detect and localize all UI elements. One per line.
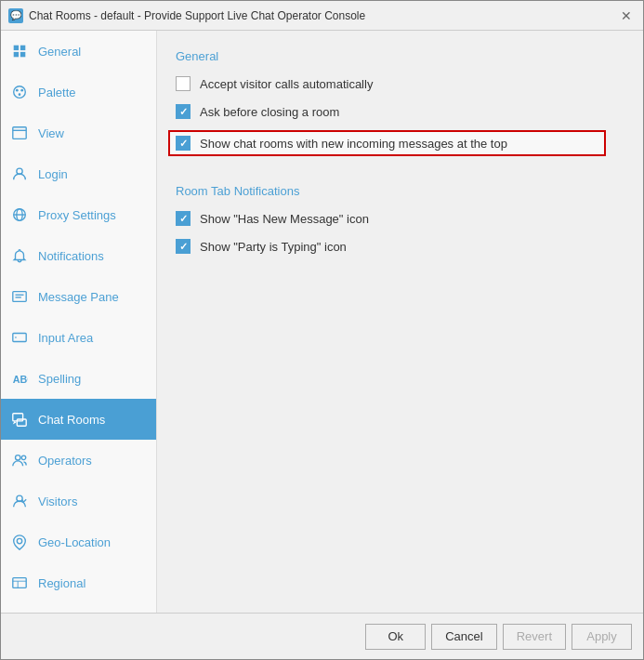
sidebar-item-proxy[interactable]: Proxy Settings bbox=[1, 194, 156, 235]
ask-before-closing-label: Ask before closing a room bbox=[200, 105, 339, 119]
accept-visitor-label: Accept visitor calls automatically bbox=[200, 77, 373, 91]
message-pane-icon bbox=[10, 287, 29, 306]
ask-before-closing-checkbox[interactable] bbox=[176, 104, 191, 119]
sidebar-label-general: General bbox=[38, 45, 81, 59]
ok-button[interactable]: Ok bbox=[365, 624, 426, 650]
show-party-typing-row: Show "Party is Typing" icon bbox=[176, 237, 624, 256]
show-has-new-message-checkbox[interactable] bbox=[176, 211, 191, 226]
chat-rooms-icon bbox=[10, 410, 29, 429]
sidebar-label-spelling: Spelling bbox=[38, 372, 81, 386]
show-new-messages-top-row: Show chat rooms with new incoming messag… bbox=[168, 130, 606, 156]
sidebar-label-input-area: Input Area bbox=[38, 331, 93, 345]
show-new-messages-top-checkbox[interactable] bbox=[176, 136, 191, 151]
show-new-messages-top-label: Show chat rooms with new incoming messag… bbox=[200, 137, 507, 151]
main-window: 💬 Chat Rooms - default - Provide Support… bbox=[0, 0, 644, 660]
titlebar-left: 💬 Chat Rooms - default - Provide Support… bbox=[8, 8, 365, 23]
sidebar-item-visitors[interactable]: Visitors bbox=[1, 481, 156, 521]
svg-text:ABC: ABC bbox=[13, 374, 28, 385]
svg-rect-0 bbox=[14, 46, 19, 50]
notifications-icon bbox=[10, 246, 29, 265]
app-icon: 💬 bbox=[8, 8, 23, 23]
sidebar-label-view: View bbox=[38, 126, 64, 140]
visitors-icon bbox=[10, 492, 29, 510]
sidebar-label-login: Login bbox=[38, 167, 68, 181]
sidebar-item-notifications[interactable]: Notifications bbox=[1, 235, 156, 276]
show-party-typing-checkbox[interactable] bbox=[176, 239, 191, 254]
svg-rect-2 bbox=[14, 52, 19, 57]
sidebar-item-message-pane[interactable]: Message Pane bbox=[1, 276, 156, 317]
svg-point-6 bbox=[20, 89, 23, 92]
svg-point-25 bbox=[17, 538, 21, 543]
sidebar: General Palette View Login bbox=[1, 31, 157, 613]
revert-button[interactable]: Revert bbox=[503, 624, 566, 650]
sidebar-label-palette: Palette bbox=[38, 86, 75, 99]
svg-point-7 bbox=[19, 93, 21, 96]
sidebar-label-chat-rooms: Chat Rooms bbox=[38, 413, 105, 427]
svg-rect-21 bbox=[17, 419, 26, 426]
accept-visitor-checkbox[interactable] bbox=[176, 76, 191, 91]
svg-rect-17 bbox=[13, 334, 26, 342]
sidebar-label-message-pane: Message Pane bbox=[38, 290, 119, 304]
svg-rect-1 bbox=[20, 46, 25, 50]
proxy-icon bbox=[10, 205, 29, 224]
sidebar-item-general[interactable]: General bbox=[1, 31, 156, 72]
regional-icon bbox=[10, 574, 29, 592]
svg-rect-26 bbox=[13, 578, 26, 588]
show-has-new-message-label: Show "Has New Message" icon bbox=[200, 212, 369, 226]
spelling-icon: ABC bbox=[10, 369, 29, 388]
sidebar-label-geo-location: Geo-Location bbox=[38, 535, 111, 549]
sidebar-item-view[interactable]: View bbox=[1, 112, 156, 153]
general-section: General Accept visitor calls automatical… bbox=[176, 49, 624, 165]
svg-point-5 bbox=[16, 89, 19, 92]
sidebar-item-chat-rooms[interactable]: Chat Rooms bbox=[1, 399, 156, 440]
general-icon bbox=[10, 42, 29, 60]
titlebar: 💬 Chat Rooms - default - Provide Support… bbox=[1, 1, 643, 31]
sidebar-item-login[interactable]: Login bbox=[1, 153, 156, 194]
accept-visitor-row: Accept visitor calls automatically bbox=[176, 74, 624, 93]
palette-icon bbox=[10, 83, 29, 101]
sidebar-label-visitors: Visitors bbox=[38, 495, 77, 508]
show-has-new-message-row: Show "Has New Message" icon bbox=[176, 209, 624, 228]
room-tab-section-title: Room Tab Notifications bbox=[176, 184, 624, 198]
sidebar-item-palette[interactable]: Palette bbox=[1, 72, 156, 112]
svg-rect-14 bbox=[13, 292, 26, 302]
general-section-title: General bbox=[176, 49, 624, 63]
sidebar-item-diagnostics[interactable]: Diagnostics bbox=[1, 603, 156, 613]
window-title: Chat Rooms - default - Provide Support L… bbox=[29, 9, 365, 22]
sidebar-item-operators[interactable]: Operators bbox=[1, 440, 156, 481]
sidebar-label-notifications: Notifications bbox=[38, 249, 104, 263]
svg-point-23 bbox=[21, 455, 26, 460]
main-panel: General Accept visitor calls automatical… bbox=[157, 31, 643, 613]
sidebar-item-geo-location[interactable]: Geo-Location bbox=[1, 521, 156, 562]
sidebar-item-spelling[interactable]: ABC Spelling bbox=[1, 358, 156, 399]
content-area: General Palette View Login bbox=[1, 31, 643, 613]
svg-rect-3 bbox=[20, 52, 25, 57]
room-tab-section: Room Tab Notifications Show "Has New Mes… bbox=[176, 184, 624, 265]
view-icon bbox=[10, 124, 29, 142]
close-button[interactable]: ✕ bbox=[617, 7, 636, 25]
geo-location-icon bbox=[10, 533, 29, 551]
sidebar-item-regional[interactable]: Regional bbox=[1, 562, 156, 603]
operators-icon bbox=[10, 451, 29, 469]
sidebar-label-proxy: Proxy Settings bbox=[38, 208, 116, 222]
sidebar-item-input-area[interactable]: Input Area bbox=[1, 317, 156, 358]
show-party-typing-label: Show "Party is Typing" icon bbox=[200, 240, 347, 254]
login-icon bbox=[10, 165, 29, 183]
apply-button[interactable]: Apply bbox=[572, 624, 632, 650]
svg-rect-8 bbox=[13, 127, 26, 139]
input-area-icon bbox=[10, 328, 29, 347]
cancel-button[interactable]: Cancel bbox=[431, 624, 496, 650]
footer: Ok Cancel Revert Apply bbox=[1, 613, 643, 659]
svg-point-22 bbox=[16, 455, 20, 460]
ask-before-closing-row: Ask before closing a room bbox=[176, 102, 624, 121]
svg-point-4 bbox=[14, 86, 26, 99]
sidebar-label-regional: Regional bbox=[38, 576, 85, 590]
sidebar-label-operators: Operators bbox=[38, 454, 92, 468]
